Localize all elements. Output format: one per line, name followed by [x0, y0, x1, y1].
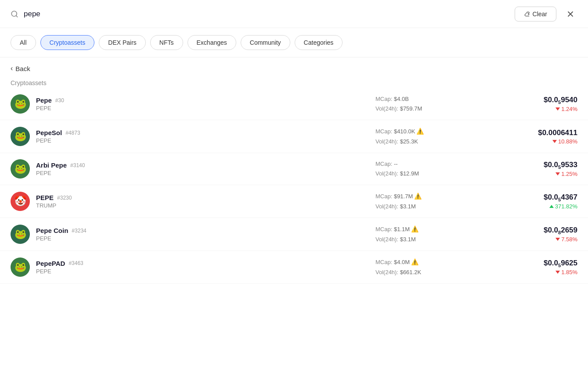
asset-info: PepePAD #3463 PEPE [36, 260, 375, 275]
change-value: 1.25% [561, 171, 577, 177]
asset-rank: #3230 [57, 195, 72, 201]
price-change: 7.58% [490, 236, 577, 243]
asset-price: $0.059625 [490, 259, 577, 268]
tab-exchanges[interactable]: Exchanges [188, 35, 236, 50]
asset-info: Pepe #30 PEPE [36, 97, 375, 111]
svg-line-1 [16, 15, 17, 17]
asset-price-col: $0.059540 1.24% [490, 96, 577, 112]
change-value: 1.85% [561, 269, 577, 275]
back-arrow-icon: ‹ [11, 64, 13, 72]
asset-info: Pepe Coin #3234 PEPE [36, 227, 375, 242]
asset-price: $0.054367 [490, 193, 577, 202]
asset-price: $0.082659 [490, 226, 577, 235]
warning-icon: ⚠️ [416, 128, 424, 135]
asset-rank: #3140 [70, 162, 85, 168]
asset-info: PEPE #3230 TRUMP [36, 194, 375, 209]
up-triangle-icon [549, 205, 554, 208]
change-value: 1.24% [561, 106, 577, 112]
change-value: 10.88% [558, 138, 577, 145]
tab-all[interactable]: All [11, 35, 36, 50]
price-change: 1.85% [490, 269, 577, 275]
clear-button[interactable]: Clear [515, 7, 556, 21]
asset-symbol: PEPE [36, 137, 375, 144]
tab-nfts[interactable]: NFTs [150, 35, 183, 50]
tab-community[interactable]: Community [241, 35, 290, 50]
asset-name: Pepe [36, 97, 52, 104]
warning-icon: ⚠️ [414, 193, 422, 200]
down-triangle-icon [552, 140, 557, 143]
tab-dex-pairs[interactable]: DEX Pairs [99, 35, 146, 50]
down-triangle-icon [556, 238, 560, 241]
asset-price: $0.059540 [490, 96, 577, 105]
asset-price: $0.059533 [490, 161, 577, 170]
asset-row[interactable]: 🤡 PEPE #3230 TRUMP MCap: $91.7M⚠️ Vol(24… [0, 185, 588, 218]
asset-stats: MCap: -- Vol(24h): $12.9M [375, 159, 490, 179]
asset-symbol: PEPE [36, 268, 375, 275]
asset-stats: MCap: $91.7M⚠️ Vol(24h): $3.1M [375, 191, 490, 211]
asset-symbol: PEPE [36, 105, 375, 111]
asset-price-col: $0.059625 1.85% [490, 259, 577, 275]
search-bar: Clear [0, 0, 588, 28]
asset-price-col: $0.059533 1.25% [490, 161, 577, 177]
price-change: 10.88% [490, 138, 577, 145]
back-button[interactable]: ‹ Back [0, 57, 588, 76]
back-label: Back [15, 65, 30, 72]
search-input[interactable] [24, 10, 509, 18]
down-triangle-icon [556, 271, 560, 274]
tab-cryptoassets[interactable]: Cryptoassets [40, 35, 95, 50]
asset-price: $0.0006411 [490, 129, 577, 137]
asset-rank: #3463 [69, 260, 83, 266]
asset-symbol: TRUMP [36, 202, 375, 209]
down-triangle-icon [556, 172, 560, 175]
asset-name: Pepe Coin [36, 227, 68, 234]
asset-logo: 🐸 [11, 225, 30, 244]
asset-price-col: $0.082659 7.58% [490, 226, 577, 243]
asset-logo: 🐸 [11, 127, 30, 146]
change-value: 7.58% [561, 236, 577, 243]
asset-list: 🐸 Pepe #30 PEPE MCap: $4.0B Vol(24h): $7… [0, 88, 588, 284]
asset-symbol: PEPE [36, 170, 375, 176]
asset-logo: 🐸 [11, 94, 30, 114]
asset-name: Arbi Pepe [36, 161, 67, 169]
price-change: 1.25% [490, 171, 577, 177]
asset-logo: 🤡 [11, 192, 30, 211]
asset-row[interactable]: 🐸 Pepe #30 PEPE MCap: $4.0B Vol(24h): $7… [0, 88, 588, 120]
price-change: 1.24% [490, 106, 577, 112]
asset-stats: MCap: $1.1M⚠️ Vol(24h): $3.1M [375, 224, 490, 244]
asset-info: Arbi Pepe #3140 PEPE [36, 161, 375, 176]
down-triangle-icon [556, 107, 560, 111]
search-icon [11, 10, 18, 18]
asset-logo: 🐸 [11, 257, 30, 277]
asset-rank: #30 [55, 97, 64, 104]
asset-logo: 🐸 [11, 159, 30, 179]
asset-price-col: $0.054367 371.82% [490, 193, 577, 210]
tab-categories[interactable]: Categories [295, 35, 343, 50]
asset-symbol: PEPE [36, 235, 375, 242]
asset-stats: MCap: $410.0K⚠️ Vol(24h): $25.3K [375, 126, 490, 147]
warning-icon: ⚠️ [411, 258, 418, 265]
asset-row[interactable]: 🐸 PepePAD #3463 PEPE MCap: $4.0M⚠️ Vol(2… [0, 251, 588, 284]
asset-info: PepeSol #4873 PEPE [36, 129, 375, 144]
filter-tabs: All Cryptoassets DEX Pairs NFTs Exchange… [0, 28, 588, 57]
change-value: 371.82% [555, 203, 577, 210]
price-change: 371.82% [490, 203, 577, 210]
asset-name: PepePAD [36, 260, 65, 267]
section-header: Cryptoassets [0, 76, 588, 88]
asset-price-col: $0.0006411 10.88% [490, 129, 577, 145]
asset-rank: #3234 [72, 228, 86, 234]
asset-stats: MCap: $4.0B Vol(24h): $759.7M [375, 94, 490, 114]
close-button[interactable] [563, 7, 577, 21]
asset-row[interactable]: 🐸 Pepe Coin #3234 PEPE MCap: $1.1M⚠️ Vol… [0, 218, 588, 251]
asset-row[interactable]: 🐸 PepeSol #4873 PEPE MCap: $410.0K⚠️ Vol… [0, 120, 588, 153]
clear-label: Clear [533, 11, 547, 18]
asset-row[interactable]: 🐸 Arbi Pepe #3140 PEPE MCap: -- Vol(24h)… [0, 153, 588, 185]
asset-name: PepeSol [36, 129, 62, 136]
asset-name: PEPE [36, 194, 54, 201]
warning-icon: ⚠️ [411, 225, 418, 232]
asset-rank: #4873 [65, 130, 80, 136]
asset-stats: MCap: $4.0M⚠️ Vol(24h): $661.2K [375, 257, 490, 277]
